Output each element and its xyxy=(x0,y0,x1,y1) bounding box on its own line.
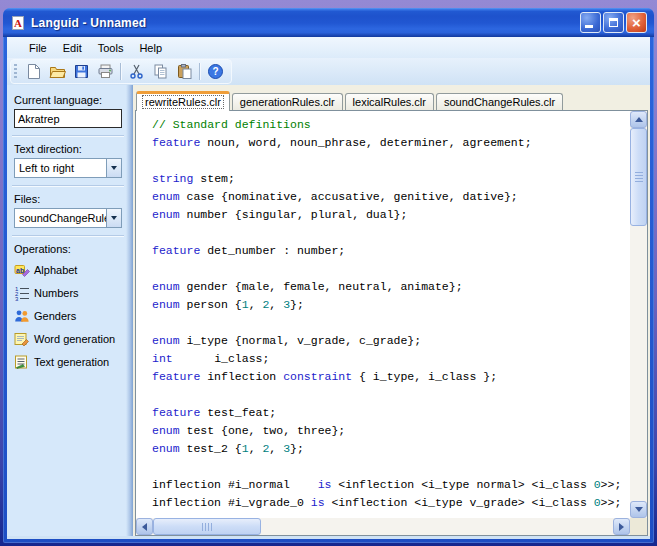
scroll-left-button[interactable] xyxy=(136,518,153,535)
scroll-corner xyxy=(630,518,647,535)
scroll-right-button[interactable] xyxy=(613,518,630,535)
paste-button[interactable] xyxy=(172,60,196,83)
vertical-scrollbar[interactable] xyxy=(630,111,647,518)
new-document-icon xyxy=(25,63,42,80)
print-button[interactable] xyxy=(93,60,117,83)
minimize-icon xyxy=(585,25,593,28)
sidebar: Current language: Text direction: Left t… xyxy=(7,85,133,536)
toolbar-grip[interactable] xyxy=(14,64,17,79)
operation-label: Genders xyxy=(34,310,76,322)
files-label: Files: xyxy=(14,193,120,205)
operation-label: Alphabet xyxy=(34,264,77,276)
current-language-input[interactable] xyxy=(14,109,122,128)
svg-text:?: ? xyxy=(212,66,218,77)
clipboard-icon xyxy=(176,63,193,80)
toolbar-band: ? xyxy=(10,59,232,84)
scissors-icon xyxy=(128,63,145,80)
operation-label: Word generation xyxy=(34,333,115,345)
save-button[interactable] xyxy=(69,60,93,83)
operation-word-generation[interactable]: Word generation xyxy=(14,327,120,350)
files-value: soundChangeRules xyxy=(15,212,106,224)
sidebar-separator xyxy=(12,235,124,237)
scroll-up-button[interactable] xyxy=(630,111,647,128)
help-button[interactable]: ? xyxy=(203,60,227,83)
arrow-down-icon xyxy=(635,507,643,512)
window-controls: × xyxy=(580,12,647,33)
tab-label: lexicalRules.clr xyxy=(353,96,426,108)
operation-genders[interactable]: Genders xyxy=(14,304,120,327)
alphabet-icon: ab xyxy=(14,262,30,278)
word-generation-icon xyxy=(14,331,30,347)
text-direction-select[interactable]: Left to right xyxy=(14,158,122,178)
arrow-right-icon xyxy=(619,523,624,531)
thumb-grip-icon xyxy=(202,523,213,531)
copy-button[interactable] xyxy=(148,60,172,83)
window-body: File Edit Tools Help xyxy=(7,37,650,539)
window-title: Languid - Unnamed xyxy=(31,16,575,30)
tabstrip: rewriteRules.clr generationRules.clr lex… xyxy=(135,88,648,110)
sidebar-separator xyxy=(12,185,124,187)
text-direction-value: Left to right xyxy=(15,162,106,174)
operation-alphabet[interactable]: ab Alphabet xyxy=(14,258,120,281)
desktop: A Languid - Unnamed × File Edit Tools He… xyxy=(0,0,657,546)
operations-label: Operations: xyxy=(14,243,120,255)
chevron-down-icon xyxy=(111,166,117,170)
printer-icon xyxy=(97,63,114,80)
tab-label: rewriteRules.clr xyxy=(143,96,223,108)
horizontal-scroll-thumb[interactable] xyxy=(153,518,261,535)
horizontal-scroll-track[interactable] xyxy=(153,518,613,535)
close-button[interactable]: × xyxy=(626,12,647,33)
operation-text-generation[interactable]: Text generation xyxy=(14,350,120,373)
code-content[interactable]: // Standard definitionsfeature noun, wor… xyxy=(136,111,630,518)
menu-help[interactable]: Help xyxy=(131,39,170,57)
help-icon: ? xyxy=(207,63,224,80)
scroll-down-button[interactable] xyxy=(630,501,647,518)
files-select[interactable]: soundChangeRules xyxy=(14,208,122,228)
tab-generationrules[interactable]: generationRules.clr xyxy=(232,93,343,110)
operation-label: Text generation xyxy=(34,356,109,368)
editor-frame: // Standard definitionsfeature noun, wor… xyxy=(135,110,648,536)
sidebar-separator xyxy=(12,135,124,137)
numbers-icon: 123 xyxy=(14,285,30,301)
maximize-icon xyxy=(609,18,618,27)
menubar: File Edit Tools Help xyxy=(7,37,650,58)
save-floppy-icon xyxy=(73,63,90,80)
vertical-scroll-thumb[interactable] xyxy=(630,128,647,226)
arrow-left-icon xyxy=(142,523,147,531)
genders-icon xyxy=(14,308,30,324)
svg-text:3: 3 xyxy=(15,296,19,301)
horizontal-scrollbar[interactable] xyxy=(136,518,630,535)
text-generation-icon xyxy=(14,354,30,370)
svg-text:ab: ab xyxy=(16,266,24,273)
svg-text:A: A xyxy=(14,17,22,29)
tab-soundchangerules[interactable]: soundChangeRules.clr xyxy=(436,93,563,110)
app-window: A Languid - Unnamed × File Edit Tools He… xyxy=(3,8,654,543)
menu-edit[interactable]: Edit xyxy=(55,39,90,57)
text-direction-dropdown-button[interactable] xyxy=(106,159,121,177)
app-icon: A xyxy=(10,15,26,31)
vertical-scroll-track[interactable] xyxy=(630,128,647,501)
operation-numbers[interactable]: 123 Numbers xyxy=(14,281,120,304)
menu-file[interactable]: File xyxy=(21,39,55,57)
minimize-button[interactable] xyxy=(580,12,601,33)
toolbar-separator xyxy=(120,63,121,80)
operation-label: Numbers xyxy=(34,287,79,299)
tab-lexicalrules[interactable]: lexicalRules.clr xyxy=(345,93,434,110)
thumb-grip-icon xyxy=(635,172,643,183)
text-direction-label: Text direction: xyxy=(14,143,120,155)
current-language-label: Current language: xyxy=(14,94,120,106)
tab-label: generationRules.clr xyxy=(240,96,335,108)
menu-tools[interactable]: Tools xyxy=(90,39,132,57)
open-button[interactable] xyxy=(45,60,69,83)
main-area: Current language: Text direction: Left t… xyxy=(7,85,650,536)
open-folder-icon xyxy=(49,63,66,80)
tab-rewriterules[interactable]: rewriteRules.clr xyxy=(136,91,230,111)
cut-button[interactable] xyxy=(124,60,148,83)
toolbar-separator xyxy=(199,63,200,80)
maximize-button[interactable] xyxy=(603,12,624,33)
editor-pane: rewriteRules.clr generationRules.clr lex… xyxy=(133,85,650,536)
arrow-up-icon xyxy=(635,117,643,122)
new-button[interactable] xyxy=(21,60,45,83)
titlebar[interactable]: A Languid - Unnamed × xyxy=(3,8,654,37)
files-dropdown-button[interactable] xyxy=(106,209,121,227)
